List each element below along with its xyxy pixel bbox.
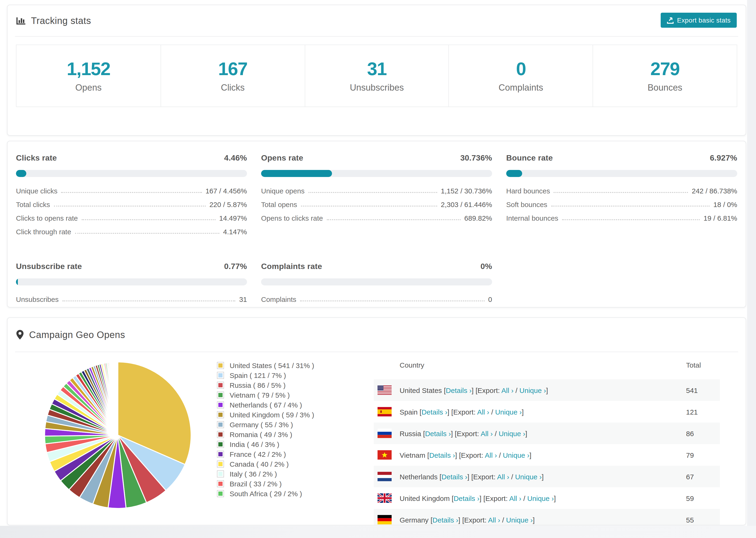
rate-detail-row: Total clicks 220 / 5.87%	[16, 200, 247, 208]
geo-table-header: Country Total	[374, 350, 720, 379]
legend-swatch-icon	[217, 372, 224, 379]
export-unique-link[interactable]: Unique ›	[515, 472, 542, 480]
rate-detail-row: Unique clicks 167 / 4.456%	[16, 187, 247, 195]
rate-rows: Unique opens 1,152 / 30.736% Total opens…	[261, 187, 492, 222]
export-button-label: Export basic stats	[677, 17, 730, 24]
tracking-stats-header: Tracking stats Export basic stats	[8, 5, 746, 36]
stat-value: 167	[218, 59, 247, 79]
export-all-link[interactable]: All ›	[485, 451, 497, 459]
legend-swatch-icon	[217, 411, 224, 418]
rate-detail-value: 689.82%	[464, 214, 492, 222]
geo-table: Country Total United States [Details ›] …	[374, 350, 720, 525]
export-all-link[interactable]: All ›	[477, 408, 489, 416]
details-link[interactable]: Details ›	[446, 386, 472, 394]
rate-detail-value: 220 / 5.87%	[209, 200, 247, 208]
legend-item-italy: Italy ( 36 / 2% )	[217, 469, 314, 479]
export-all-link[interactable]: All ›	[509, 494, 521, 502]
country-cell: Vietnam [Details ›] [Export: All › / Uni…	[400, 451, 531, 459]
rate-title: Opens rate	[261, 153, 303, 163]
export-all-link[interactable]: All ›	[502, 386, 514, 394]
rate-detail-label: Opens to clicks rate	[261, 214, 323, 222]
rate-detail-row: Total opens 2,303 / 61.446%	[261, 200, 492, 208]
rate-head: Complaints rate 0%	[261, 262, 492, 271]
geo-table-row-united-states: United States [Details ›] [Export: All ›…	[374, 379, 720, 401]
dotted-leader	[54, 206, 206, 207]
legend-item-india: India ( 46 / 3% )	[217, 439, 314, 449]
rate-detail-row: Hard bounces 242 / 86.738%	[506, 187, 737, 195]
legend-swatch-icon	[217, 441, 224, 448]
geo-table-row-germany: Germany [Details ›] [Export: All › / Uni…	[374, 509, 720, 525]
rate-progress-track	[506, 170, 737, 177]
geo-body: United States ( 541 / 31% ) Spain ( 121 …	[8, 352, 746, 525]
dotted-leader	[551, 206, 710, 207]
export-basic-stats-button[interactable]: Export basic stats	[661, 13, 737, 28]
rate-value: 0.77%	[224, 262, 247, 271]
export-unique-link[interactable]: Unique ›	[499, 429, 525, 437]
bar-chart-icon	[16, 16, 26, 26]
country-cell: United Kingdom [Details ›] [Export: All …	[400, 494, 556, 502]
dotted-leader	[327, 219, 460, 220]
rate-rows: Hard bounces 242 / 86.738% Soft bounces …	[506, 187, 737, 222]
export-all-link[interactable]: All ›	[481, 429, 493, 437]
details-link[interactable]: Details ›	[441, 472, 467, 480]
rate-head: Clicks rate 4.46%	[16, 153, 247, 163]
legend-item-france: France ( 42 / 2% )	[217, 449, 314, 459]
rate-progress-fill	[16, 170, 26, 177]
rate-head: Unsubscribe rate 0.77%	[16, 262, 247, 271]
rate-value: 0%	[480, 262, 492, 271]
legend-label: Netherlands ( 67 / 4% )	[230, 401, 302, 409]
stats-strip: 1,152 Opens167 Clicks31 Unsubscribes0 Co…	[16, 45, 737, 107]
details-link[interactable]: Details ›	[421, 408, 447, 416]
legend-label: Germany ( 55 / 3% )	[230, 421, 293, 429]
details-link[interactable]: Details ›	[454, 494, 479, 502]
geo-pie-chart	[43, 360, 193, 510]
legend-label: India ( 46 / 3% )	[230, 440, 279, 448]
total-cell: 67	[686, 472, 694, 480]
legend-swatch-icon	[217, 431, 224, 438]
legend-label: France ( 42 / 2% )	[230, 450, 286, 458]
details-link[interactable]: Details ›	[425, 429, 451, 437]
stat-opens: 1,152 Opens	[17, 45, 161, 107]
stat-bounces: 279 Bounces	[593, 45, 737, 107]
export-unique-link[interactable]: Unique ›	[527, 494, 554, 502]
rate-progress-track	[16, 278, 247, 286]
export-unique-link[interactable]: Unique ›	[506, 516, 533, 524]
export-all-link[interactable]: All ›	[488, 516, 500, 524]
rate-panel-clicks-rate: Clicks rate 4.46% Unique clicks 167 / 4.…	[16, 153, 247, 241]
geo-header: Campaign Geo Opens	[8, 318, 746, 351]
rate-title: Bounce rate	[506, 153, 553, 163]
rate-value: 4.46%	[224, 153, 247, 163]
legend-label: United States ( 541 / 31% )	[230, 361, 314, 369]
stat-clicks: 167 Clicks	[161, 45, 305, 107]
rate-progress-track	[261, 278, 492, 286]
flag-de-icon	[378, 515, 392, 524]
rate-rows: Unsubscribes 31	[16, 295, 247, 303]
rate-detail-row: Opens to clicks rate 689.82%	[261, 214, 492, 222]
stat-label: Opens	[75, 82, 102, 93]
rate-detail-value: 0	[488, 295, 492, 303]
legend-item-canada: Canada ( 40 / 2% )	[217, 459, 314, 469]
legend-item-united-states: United States ( 541 / 31% )	[217, 360, 314, 370]
dotted-leader	[75, 233, 219, 234]
rate-progress-track	[261, 170, 492, 177]
tracking-stats-card: Tracking stats Export basic stats 1,152 …	[7, 5, 746, 136]
export-unique-link[interactable]: Unique ›	[495, 408, 522, 416]
export-unique-link[interactable]: Unique ›	[519, 386, 546, 394]
rate-detail-value: 4.147%	[223, 228, 247, 236]
export-all-link[interactable]: All ›	[497, 472, 509, 480]
page-gutter	[747, 0, 756, 538]
pie-slice	[118, 362, 118, 435]
details-link[interactable]: Details ›	[432, 516, 458, 524]
rate-detail-value: 19 / 6.81%	[704, 214, 737, 222]
legend-item-russia: Russia ( 86 / 5% )	[217, 380, 314, 390]
total-cell: 79	[686, 451, 694, 459]
rate-detail-label: Clicks to opens rate	[16, 214, 78, 222]
rate-detail-label: Click through rate	[16, 228, 71, 236]
stat-value: 31	[367, 59, 387, 79]
rate-detail-row: Unsubscribes 31	[16, 295, 247, 303]
dotted-leader	[562, 219, 700, 220]
flag-nl-icon	[378, 472, 392, 481]
legend-swatch-icon	[217, 421, 224, 428]
export-unique-link[interactable]: Unique ›	[503, 451, 529, 459]
details-link[interactable]: Details ›	[429, 451, 455, 459]
